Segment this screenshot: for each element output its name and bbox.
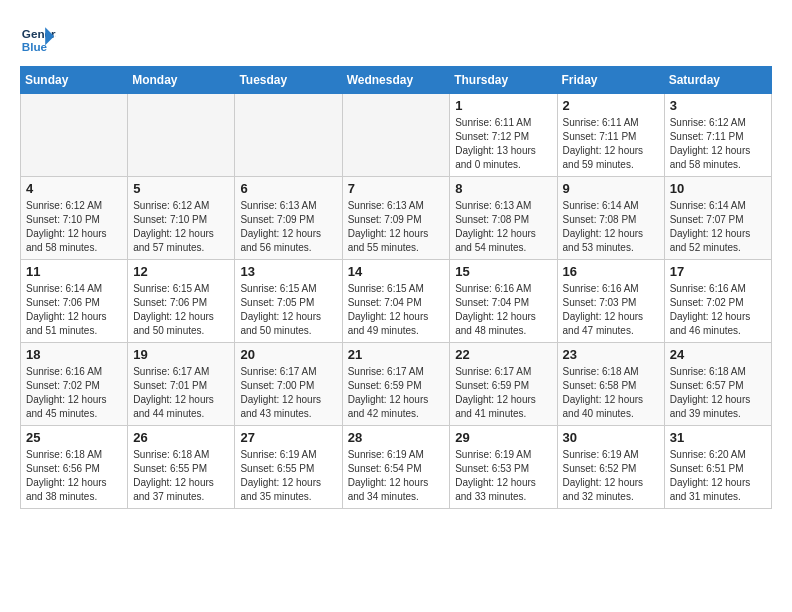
calendar-cell: 25Sunrise: 6:18 AM Sunset: 6:56 PM Dayli…: [21, 426, 128, 509]
day-info: Sunrise: 6:13 AM Sunset: 7:09 PM Dayligh…: [348, 199, 445, 255]
day-info: Sunrise: 6:12 AM Sunset: 7:10 PM Dayligh…: [133, 199, 229, 255]
day-number: 10: [670, 181, 766, 196]
day-info: Sunrise: 6:18 AM Sunset: 6:58 PM Dayligh…: [563, 365, 659, 421]
calendar-cell: [342, 94, 450, 177]
column-header-monday: Monday: [128, 67, 235, 94]
day-number: 7: [348, 181, 445, 196]
day-number: 30: [563, 430, 659, 445]
calendar-cell: 13Sunrise: 6:15 AM Sunset: 7:05 PM Dayli…: [235, 260, 342, 343]
logo[interactable]: General Blue: [20, 20, 56, 56]
day-number: 18: [26, 347, 122, 362]
day-info: Sunrise: 6:14 AM Sunset: 7:08 PM Dayligh…: [563, 199, 659, 255]
calendar-cell: 14Sunrise: 6:15 AM Sunset: 7:04 PM Dayli…: [342, 260, 450, 343]
day-info: Sunrise: 6:11 AM Sunset: 7:11 PM Dayligh…: [563, 116, 659, 172]
calendar-cell: 19Sunrise: 6:17 AM Sunset: 7:01 PM Dayli…: [128, 343, 235, 426]
calendar-cell: 11Sunrise: 6:14 AM Sunset: 7:06 PM Dayli…: [21, 260, 128, 343]
day-info: Sunrise: 6:14 AM Sunset: 7:07 PM Dayligh…: [670, 199, 766, 255]
svg-text:Blue: Blue: [22, 40, 48, 53]
day-number: 31: [670, 430, 766, 445]
calendar-cell: 20Sunrise: 6:17 AM Sunset: 7:00 PM Dayli…: [235, 343, 342, 426]
calendar-cell: 2Sunrise: 6:11 AM Sunset: 7:11 PM Daylig…: [557, 94, 664, 177]
calendar-cell: 16Sunrise: 6:16 AM Sunset: 7:03 PM Dayli…: [557, 260, 664, 343]
calendar-cell: 18Sunrise: 6:16 AM Sunset: 7:02 PM Dayli…: [21, 343, 128, 426]
calendar-cell: 1Sunrise: 6:11 AM Sunset: 7:12 PM Daylig…: [450, 94, 557, 177]
day-info: Sunrise: 6:16 AM Sunset: 7:02 PM Dayligh…: [26, 365, 122, 421]
day-number: 26: [133, 430, 229, 445]
day-info: Sunrise: 6:15 AM Sunset: 7:04 PM Dayligh…: [348, 282, 445, 338]
day-number: 1: [455, 98, 551, 113]
calendar-cell: [21, 94, 128, 177]
day-number: 5: [133, 181, 229, 196]
calendar-cell: 10Sunrise: 6:14 AM Sunset: 7:07 PM Dayli…: [664, 177, 771, 260]
calendar-cell: 3Sunrise: 6:12 AM Sunset: 7:11 PM Daylig…: [664, 94, 771, 177]
day-number: 12: [133, 264, 229, 279]
calendar-cell: 30Sunrise: 6:19 AM Sunset: 6:52 PM Dayli…: [557, 426, 664, 509]
day-number: 27: [240, 430, 336, 445]
calendar-cell: 6Sunrise: 6:13 AM Sunset: 7:09 PM Daylig…: [235, 177, 342, 260]
day-info: Sunrise: 6:15 AM Sunset: 7:06 PM Dayligh…: [133, 282, 229, 338]
calendar-cell: 21Sunrise: 6:17 AM Sunset: 6:59 PM Dayli…: [342, 343, 450, 426]
day-info: Sunrise: 6:18 AM Sunset: 6:57 PM Dayligh…: [670, 365, 766, 421]
calendar-cell: 26Sunrise: 6:18 AM Sunset: 6:55 PM Dayli…: [128, 426, 235, 509]
day-number: 16: [563, 264, 659, 279]
day-info: Sunrise: 6:12 AM Sunset: 7:10 PM Dayligh…: [26, 199, 122, 255]
calendar-cell: 5Sunrise: 6:12 AM Sunset: 7:10 PM Daylig…: [128, 177, 235, 260]
day-info: Sunrise: 6:17 AM Sunset: 7:00 PM Dayligh…: [240, 365, 336, 421]
calendar-cell: 17Sunrise: 6:16 AM Sunset: 7:02 PM Dayli…: [664, 260, 771, 343]
day-info: Sunrise: 6:19 AM Sunset: 6:53 PM Dayligh…: [455, 448, 551, 504]
day-info: Sunrise: 6:18 AM Sunset: 6:55 PM Dayligh…: [133, 448, 229, 504]
day-info: Sunrise: 6:14 AM Sunset: 7:06 PM Dayligh…: [26, 282, 122, 338]
day-number: 19: [133, 347, 229, 362]
calendar-cell: 12Sunrise: 6:15 AM Sunset: 7:06 PM Dayli…: [128, 260, 235, 343]
day-info: Sunrise: 6:16 AM Sunset: 7:03 PM Dayligh…: [563, 282, 659, 338]
day-number: 8: [455, 181, 551, 196]
day-info: Sunrise: 6:11 AM Sunset: 7:12 PM Dayligh…: [455, 116, 551, 172]
day-number: 20: [240, 347, 336, 362]
calendar-week-row: 25Sunrise: 6:18 AM Sunset: 6:56 PM Dayli…: [21, 426, 772, 509]
day-info: Sunrise: 6:17 AM Sunset: 6:59 PM Dayligh…: [348, 365, 445, 421]
day-info: Sunrise: 6:19 AM Sunset: 6:52 PM Dayligh…: [563, 448, 659, 504]
day-info: Sunrise: 6:20 AM Sunset: 6:51 PM Dayligh…: [670, 448, 766, 504]
calendar-cell: 23Sunrise: 6:18 AM Sunset: 6:58 PM Dayli…: [557, 343, 664, 426]
day-number: 6: [240, 181, 336, 196]
day-info: Sunrise: 6:18 AM Sunset: 6:56 PM Dayligh…: [26, 448, 122, 504]
day-number: 14: [348, 264, 445, 279]
calendar-cell: [235, 94, 342, 177]
calendar-week-row: 18Sunrise: 6:16 AM Sunset: 7:02 PM Dayli…: [21, 343, 772, 426]
day-number: 4: [26, 181, 122, 196]
day-number: 11: [26, 264, 122, 279]
calendar-week-row: 11Sunrise: 6:14 AM Sunset: 7:06 PM Dayli…: [21, 260, 772, 343]
day-info: Sunrise: 6:17 AM Sunset: 7:01 PM Dayligh…: [133, 365, 229, 421]
column-header-tuesday: Tuesday: [235, 67, 342, 94]
day-number: 9: [563, 181, 659, 196]
calendar-week-row: 4Sunrise: 6:12 AM Sunset: 7:10 PM Daylig…: [21, 177, 772, 260]
day-number: 3: [670, 98, 766, 113]
day-info: Sunrise: 6:13 AM Sunset: 7:09 PM Dayligh…: [240, 199, 336, 255]
page-header: General Blue: [20, 20, 772, 56]
calendar-cell: 31Sunrise: 6:20 AM Sunset: 6:51 PM Dayli…: [664, 426, 771, 509]
calendar-week-row: 1Sunrise: 6:11 AM Sunset: 7:12 PM Daylig…: [21, 94, 772, 177]
day-number: 17: [670, 264, 766, 279]
day-info: Sunrise: 6:16 AM Sunset: 7:04 PM Dayligh…: [455, 282, 551, 338]
calendar-cell: 29Sunrise: 6:19 AM Sunset: 6:53 PM Dayli…: [450, 426, 557, 509]
day-info: Sunrise: 6:16 AM Sunset: 7:02 PM Dayligh…: [670, 282, 766, 338]
day-number: 25: [26, 430, 122, 445]
calendar-cell: 15Sunrise: 6:16 AM Sunset: 7:04 PM Dayli…: [450, 260, 557, 343]
day-number: 24: [670, 347, 766, 362]
day-number: 23: [563, 347, 659, 362]
day-info: Sunrise: 6:15 AM Sunset: 7:05 PM Dayligh…: [240, 282, 336, 338]
calendar-cell: 4Sunrise: 6:12 AM Sunset: 7:10 PM Daylig…: [21, 177, 128, 260]
day-info: Sunrise: 6:13 AM Sunset: 7:08 PM Dayligh…: [455, 199, 551, 255]
calendar-cell: [128, 94, 235, 177]
day-info: Sunrise: 6:19 AM Sunset: 6:54 PM Dayligh…: [348, 448, 445, 504]
calendar-cell: 22Sunrise: 6:17 AM Sunset: 6:59 PM Dayli…: [450, 343, 557, 426]
day-info: Sunrise: 6:17 AM Sunset: 6:59 PM Dayligh…: [455, 365, 551, 421]
day-info: Sunrise: 6:12 AM Sunset: 7:11 PM Dayligh…: [670, 116, 766, 172]
day-number: 21: [348, 347, 445, 362]
column-header-sunday: Sunday: [21, 67, 128, 94]
calendar-cell: 24Sunrise: 6:18 AM Sunset: 6:57 PM Dayli…: [664, 343, 771, 426]
day-number: 15: [455, 264, 551, 279]
calendar-cell: 7Sunrise: 6:13 AM Sunset: 7:09 PM Daylig…: [342, 177, 450, 260]
column-header-wednesday: Wednesday: [342, 67, 450, 94]
day-number: 28: [348, 430, 445, 445]
